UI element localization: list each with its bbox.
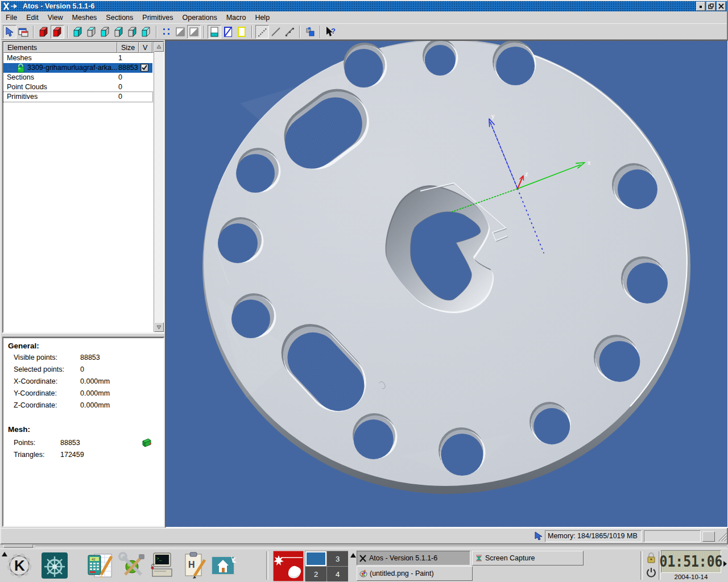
menu-operations[interactable]: Operations <box>177 13 221 23</box>
red-cube-button[interactable] <box>37 25 51 39</box>
mesh-heading: Mesh: <box>8 425 30 434</box>
calculator-icon[interactable]: 42 <box>86 552 114 579</box>
task-atos[interactable]: Atos - Version 5.1.1-6 <box>357 551 470 566</box>
panel-splitter[interactable] <box>2 333 164 337</box>
status-icon <box>533 531 544 542</box>
task-screen-capture[interactable]: Screen Capture <box>472 551 584 566</box>
project-window-button[interactable] <box>16 25 30 39</box>
terminal-icon[interactable]: >_ <box>149 552 176 579</box>
pager-desktop-1[interactable] <box>305 551 326 566</box>
tree-row-primitives[interactable]: Primitives 0 <box>3 92 152 102</box>
context-help-button[interactable]: ? <box>324 25 337 39</box>
toolbar: ? <box>1 23 727 40</box>
kmenu-icon[interactable]: K <box>6 552 33 579</box>
cyan-cube-3-button[interactable] <box>98 25 112 39</box>
maximize-button[interactable] <box>706 2 715 11</box>
transform-button[interactable] <box>303 25 317 39</box>
menubar: File Edit View Meshes Sections Primitive… <box>1 12 727 23</box>
pointer-mode-button[interactable] <box>3 25 16 39</box>
cyan-cube-5-button[interactable] <box>126 25 139 39</box>
clock[interactable]: 01:51:06 <box>661 550 721 573</box>
toolbar-separator <box>33 26 34 38</box>
menu-file[interactable]: File <box>1 13 22 23</box>
page-blue-button[interactable] <box>221 25 235 39</box>
mesh-icon <box>142 438 152 448</box>
cyan-cube-6-button[interactable] <box>139 25 153 39</box>
tree-row-meshes[interactable]: Meshes 1 <box>3 53 152 63</box>
task-paint[interactable]: (untitled.png - Paint) <box>357 566 473 581</box>
column-header-size[interactable]: Size <box>117 42 139 53</box>
axis-label-x: x <box>588 159 591 166</box>
titlebar[interactable]: Atos - Version 5.1.1-6 <box>1 1 727 11</box>
menu-view[interactable]: View <box>43 13 68 23</box>
menu-edit[interactable]: Edit <box>22 13 43 23</box>
section-dotted-button[interactable] <box>255 25 269 39</box>
close-button[interactable] <box>717 2 726 11</box>
elements-tree: Elements Size V Meshes 1 3309-grihamurlu… <box>2 41 164 333</box>
resize-grip[interactable] <box>718 532 727 542</box>
pager-desktop-3[interactable]: 3 <box>327 551 348 566</box>
scroll-up-button[interactable] <box>154 42 164 52</box>
viewport-frame: x y z <box>165 40 728 528</box>
lock-screen-icon[interactable] <box>646 551 656 564</box>
menu-sections[interactable]: Sections <box>101 13 138 23</box>
page-yellow-button[interactable] <box>235 25 249 39</box>
pager-desktop-4[interactable]: 4 <box>327 567 348 581</box>
visibility-checkbox[interactable] <box>140 64 148 72</box>
axis-label-z: z <box>525 171 528 177</box>
cyan-cube-4-button[interactable] <box>112 25 126 39</box>
toolbar-separator <box>67 26 68 38</box>
status-button[interactable] <box>702 531 715 542</box>
applet-handle[interactable] <box>266 551 268 580</box>
section-line-button[interactable] <box>269 25 283 39</box>
panel-groove <box>35 546 727 547</box>
statusbar: Memory: 184/1865/1019 MB <box>1 528 727 543</box>
triangle-view-pressed-button[interactable] <box>187 25 201 39</box>
menu-primitives[interactable]: Primitives <box>138 13 177 23</box>
tree-row-sections[interactable]: Sections 0 <box>3 73 152 82</box>
clock-date: 2004-10-14 <box>661 573 721 580</box>
3d-viewport[interactable]: x y z <box>166 41 727 527</box>
memory-status: Memory: 184/1865/1019 MB <box>545 530 642 542</box>
notes-icon[interactable]: H <box>181 552 208 579</box>
status-field <box>644 530 701 542</box>
panel-hide-strip <box>0 544 728 548</box>
desktop-pager[interactable]: 3 2 4 <box>305 551 348 581</box>
tree-row-point-clouds[interactable]: Point Clouds 0 <box>3 82 152 92</box>
applet-handle-2[interactable] <box>640 551 643 580</box>
axis-label-y: y <box>491 113 495 119</box>
taskbar: K 42 >_ H <box>0 548 728 582</box>
home-icon[interactable] <box>210 552 238 579</box>
panel-hide-arrow-right[interactable] <box>723 560 727 567</box>
toolbar-separator <box>204 26 205 38</box>
tasklist-scroll-up[interactable] <box>350 553 356 558</box>
panel-handle[interactable] <box>3 544 33 548</box>
toolbar-separator <box>251 26 253 38</box>
minimize-button[interactable] <box>696 2 705 11</box>
tree-row-mesh-item[interactable]: 3309-grihamurluagraf-arka... 88853 <box>3 63 152 73</box>
pager-desktop-2[interactable]: 2 <box>305 567 326 581</box>
select-points-button[interactable] <box>160 25 173 39</box>
ship-wheel-icon[interactable] <box>41 552 68 579</box>
column-header-elements[interactable]: Elements <box>3 42 117 53</box>
scroll-down-button[interactable] <box>154 322 164 332</box>
column-header-v[interactable]: V <box>139 42 152 53</box>
menu-meshes[interactable]: Meshes <box>68 13 102 23</box>
screen-capture-icon[interactable] <box>273 551 304 581</box>
menu-macro[interactable]: Macro <box>222 13 251 23</box>
svg-text:>_: >_ <box>156 556 162 561</box>
red-cube-pressed-button[interactable] <box>51 25 64 39</box>
atos-window: Atos - Version 5.1.1-6 File Edit View Me… <box>0 0 728 544</box>
menu-help[interactable]: Help <box>250 13 274 23</box>
cyan-cube-1-button[interactable] <box>71 25 85 39</box>
window-title: Atos - Version 5.1.1-6 <box>23 2 94 10</box>
triangle-view-button[interactable] <box>173 25 187 39</box>
page-cyan-button[interactable] <box>208 25 221 39</box>
svg-text:?: ? <box>331 27 336 35</box>
section-line-points-button[interactable] <box>283 25 296 39</box>
tree-indent <box>6 64 16 72</box>
settings-icon[interactable] <box>118 552 146 579</box>
tree-scrollbar[interactable] <box>154 42 163 332</box>
logout-icon[interactable] <box>646 567 656 578</box>
cyan-cube-2-button[interactable] <box>85 25 98 39</box>
